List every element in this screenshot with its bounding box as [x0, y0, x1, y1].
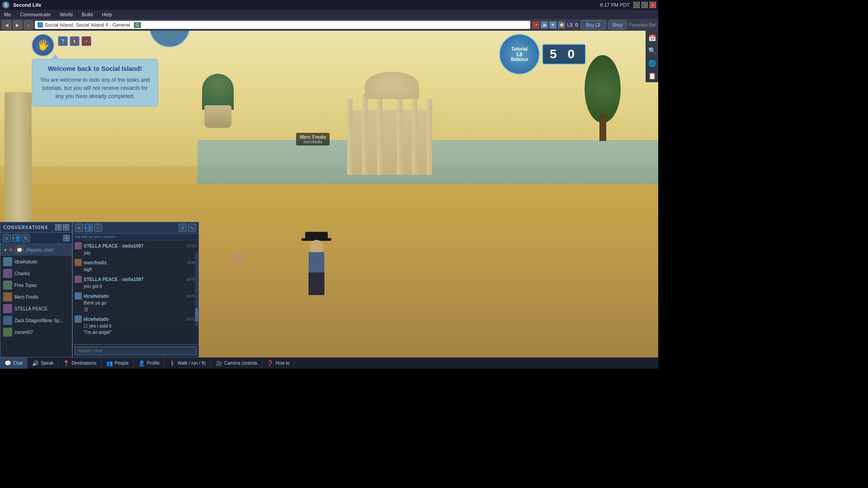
status-icon-2: 🏍 [541, 21, 548, 28]
menu-help[interactable]: Help [100, 11, 114, 18]
conv-collapse-button[interactable]: « [63, 235, 70, 241]
chat-tool-call[interactable]: 📞 [94, 224, 102, 232]
conversations-user-list: ldcwhatudo Charles Free Topaz Merc Fredi… [0, 256, 72, 338]
location-bar[interactable]: 🌐 Social Island, Social Island 4 - Gener… [35, 21, 530, 29]
chat-username-4: ldcwhatudo [84, 294, 109, 299]
nearby-online-icon [9, 248, 13, 252]
npc-label: Merc Fredis mercfredis [296, 133, 330, 145]
chat-tool-add[interactable]: +👤 [85, 224, 93, 232]
chat-msg-header-2: mercfredis 19:50 [75, 259, 197, 266]
chat-expand-button[interactable]: ⤡ [188, 224, 196, 232]
close-button[interactable]: × [650, 2, 656, 8]
nearby-expand-icon: ▼ [3, 248, 8, 253]
shop-button[interactable]: Shop [609, 20, 627, 29]
location-icon-text: 🌐 [38, 23, 42, 27]
chat-popout-button[interactable]: ⤢ [179, 224, 187, 232]
status-icon-4: ⭐ [558, 21, 565, 28]
people-icon: 👥 [106, 360, 113, 366]
sidebar-search-icon[interactable]: 🔍 [646, 44, 658, 57]
conv-name-charles: Charles [14, 271, 30, 276]
conv-user-mercfredis[interactable]: Merc Fredis [0, 291, 72, 303]
nav-home-button[interactable]: ⌂ [24, 20, 33, 29]
bottom-chat-button[interactable]: 💬 Chat [0, 357, 28, 369]
window-controls: − □ × [633, 2, 656, 8]
menu-bar: Me Communicate World Build Help [0, 10, 658, 19]
buy-linden-button[interactable]: Buy L$ [581, 20, 606, 29]
bottom-navigation-bar: 💬 Chat 🔊 Speak 📍 Destinations 👥 People 👤… [0, 357, 658, 369]
sidebar-calendar-icon[interactable]: 📅 [646, 32, 658, 44]
bottom-walk-button[interactable]: 🚶 Walk / run / fly [165, 357, 211, 369]
bottom-camera-button[interactable]: 🎥 Camera controls [211, 357, 262, 369]
tutorial-help-button[interactable]: ? [58, 36, 68, 46]
tutorial-secondary-row: ? 🔇 − [58, 36, 91, 46]
chat-message-4: ldcwhatudo 19:50 there ya go:)) [75, 292, 197, 313]
conv-name-zorse407: zorse407 [14, 330, 33, 335]
nav-bar: ◀ ▶ ⌂ 🌐 Social Island, Social Island 4 -… [0, 19, 658, 31]
conv-avatar-stellapeace [3, 304, 12, 313]
chat-messages: STELLA PEACE - stella1097 19:50 yay merc… [73, 240, 198, 344]
conv-user-freetopaz[interactable]: Free Topaz [0, 279, 72, 291]
conv-user-stellapeace[interactable]: STELLA PEACE [0, 303, 72, 314]
tutorial-mute-button[interactable]: 🔇 [70, 36, 80, 46]
chat-msg-header-1: STELLA PEACE - stella1097 19:50 [75, 242, 197, 249]
tutorial-label-balance: Balance [511, 57, 528, 62]
chat-scrollbar-thumb[interactable] [195, 308, 198, 322]
nearby-chat-item[interactable]: ▼ 💬 (Nearby chat) [0, 244, 72, 256]
conv-user-charles[interactable]: Charles [0, 267, 72, 279]
conv-avatar-zorse407 [3, 328, 12, 337]
bottom-speak-button[interactable]: 🔊 Speak [28, 357, 58, 369]
conv-user-zorse407[interactable]: zorse407 [0, 326, 72, 338]
conv-tool-list[interactable]: ≡ [3, 234, 11, 242]
chat-toolbar-right: ⤢ ⤡ [179, 224, 196, 232]
maximize-button[interactable]: □ [642, 2, 648, 8]
chat-username-3: STELLA PEACE - stella1097 [84, 277, 143, 282]
chat-panel: ≡ +👤 📞 ⤢ ⤡ top left on your screen STELL… [72, 222, 199, 357]
chat-toolbar-left: ≡ +👤 📞 [75, 224, 102, 232]
title-bar-left: S Second Life [2, 1, 41, 9]
bottom-people-button[interactable]: 👥 People [102, 357, 134, 369]
chat-text-2: sigh [75, 267, 197, 273]
menu-world[interactable]: World [58, 11, 75, 18]
tutorial-hand-button[interactable]: 🖐 [32, 34, 54, 56]
bottom-howto-button[interactable]: ❓ How to [262, 357, 294, 369]
conv-avatar-zack [3, 316, 12, 325]
tutorial-close-button[interactable]: − [81, 36, 91, 46]
app-title: Second Life [13, 2, 41, 8]
chat-msg-header-5: ldcwhatudo 20:16 [75, 315, 197, 323]
conv-close-button[interactable]: × [63, 224, 69, 230]
menu-build[interactable]: Build [80, 11, 94, 18]
nav-forward-button[interactable]: ▶ [13, 20, 22, 29]
chat-avatar-3 [75, 276, 82, 283]
camera-icon: 🎥 [216, 360, 222, 366]
conv-tool-add[interactable]: +👤 [12, 234, 20, 242]
conv-tool-refresh[interactable]: ↻ [22, 234, 30, 242]
howto-label: How to [275, 361, 289, 366]
conv-tools-left: ≡ +👤 ↻ [3, 234, 30, 242]
conv-user-zack[interactable]: Zack Dðagonflåme Sp... [0, 314, 72, 326]
howto-icon: ❓ [267, 360, 274, 366]
nav-back-button[interactable]: ◀ [2, 20, 11, 29]
tutorial-box: Welcome back to Social Island! You are w… [32, 59, 158, 107]
location-badge: G [134, 22, 141, 28]
player-character [303, 232, 330, 295]
minimize-button[interactable]: − [633, 2, 640, 8]
animal [231, 252, 244, 266]
right-plant [580, 55, 625, 145]
bottom-destinations-button[interactable]: 📍 Destinations [58, 357, 101, 369]
chat-scrollbar[interactable] [195, 252, 198, 326]
chat-tool-settings[interactable]: ≡ [75, 224, 83, 232]
chat-message-3: STELLA PEACE - stella1097 19:50 you got … [75, 276, 197, 290]
sidebar-inventory-icon[interactable]: 📋 [646, 70, 658, 82]
sidebar-map-icon[interactable]: 🌐 [646, 57, 658, 70]
chat-message-1: STELLA PEACE - stella1097 19:50 yay [75, 242, 197, 256]
menu-communicate[interactable]: Communicate [18, 11, 52, 18]
nearby-icon: 💬 [15, 245, 24, 254]
chat-text-5: ☐ yes i sold it"I'm an angel" [75, 323, 197, 336]
destinations-icon: 📍 [63, 360, 70, 366]
menu-me[interactable]: Me [2, 11, 13, 18]
conversations-header: CONVERSATIONS ? × [0, 222, 72, 233]
bottom-profile-button[interactable]: 👤 Profile [134, 357, 165, 369]
conv-help-button[interactable]: ? [55, 224, 61, 230]
chat-input[interactable] [75, 347, 197, 355]
conv-user-ldcwhatudo[interactable]: ldcwhatudo [0, 256, 72, 267]
